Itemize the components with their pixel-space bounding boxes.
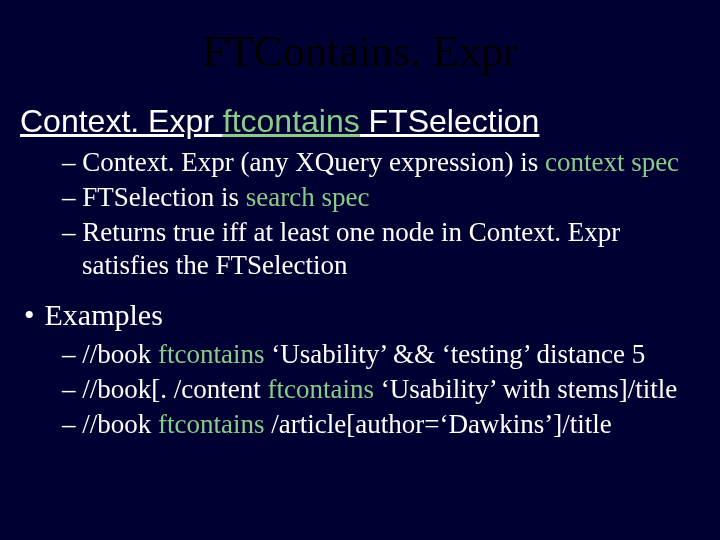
heading-keyword: ftcontains: [223, 103, 360, 139]
sub2-text: – FTSelection is: [62, 182, 246, 212]
sub1-text: – Context. Expr (any XQuery expression) …: [62, 147, 545, 177]
ex1-pre: – //book: [62, 339, 158, 369]
ex1-post: ‘Usability’ && ‘testing’ distance 5: [265, 339, 646, 369]
slide: FTContains. Expr Context. Expr ftcontain…: [0, 0, 720, 540]
ex2-post: ‘Usability’ with stems]/title: [374, 374, 677, 404]
sub2-highlight: search spec: [246, 182, 370, 212]
ex1-keyword: ftcontains: [158, 339, 264, 369]
heading-part-context: Context. Expr: [20, 103, 223, 139]
ex3-pre: – //book: [62, 409, 158, 439]
example-3: – //book ftcontains /article[author=‘Daw…: [62, 408, 702, 441]
sub-bullet-3: – Returns true iff at least one node in …: [62, 216, 702, 282]
ex3-keyword: ftcontains: [158, 409, 264, 439]
sub-bullet-2: – FTSelection is search spec: [62, 181, 702, 214]
sub-bullet-1: – Context. Expr (any XQuery expression) …: [62, 146, 702, 179]
slide-title: FTContains. Expr: [18, 26, 702, 77]
ex2-pre: – //book[. /content: [62, 374, 267, 404]
ex3-post: /article[author=‘Dawkins’]/title: [265, 409, 612, 439]
sub1-highlight: context spec: [545, 147, 679, 177]
syntax-heading: Context. Expr ftcontains FTSelection: [20, 103, 702, 140]
heading-part-ftselection: FTSelection: [360, 103, 540, 139]
example-2: – //book[. /content ftcontains ‘Usabilit…: [62, 373, 702, 406]
example-1: – //book ftcontains ‘Usability’ && ‘test…: [62, 338, 702, 371]
examples-heading: •Examples: [24, 298, 702, 332]
ex2-keyword: ftcontains: [267, 374, 373, 404]
examples-label: Examples: [45, 298, 163, 331]
bullet-mark: •: [24, 298, 45, 331]
